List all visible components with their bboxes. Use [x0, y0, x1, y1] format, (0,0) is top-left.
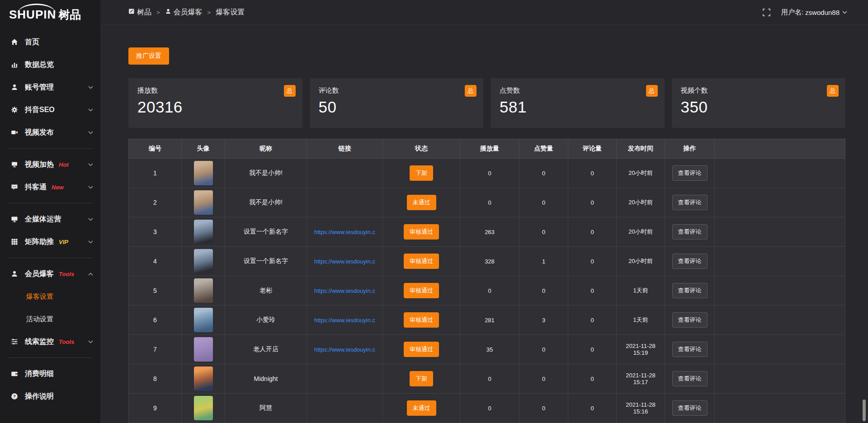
- cell-status: 未通过: [383, 188, 460, 217]
- user-menu[interactable]: 用户名: zswodun88: [781, 8, 847, 17]
- sidebar-item-home[interactable]: 首页: [0, 31, 100, 53]
- sidebar-item-label: 线索监控: [25, 337, 54, 347]
- menu-tag-hot: Hot: [59, 161, 69, 168]
- logo-text-cn: 树品: [58, 8, 81, 21]
- sidebar-subitem-activity-setting[interactable]: 活动设置: [0, 308, 100, 330]
- sidebar-item-consume-detail[interactable]: 消费明细: [0, 362, 100, 385]
- vertical-scrollbar-thumb[interactable]: [863, 400, 866, 421]
- sidebar-item-video-publish[interactable]: 视频发布: [0, 121, 100, 144]
- view-comments-button[interactable]: 查看评论: [672, 312, 708, 328]
- cell-plays: 0: [460, 276, 519, 306]
- cell-filler: [715, 306, 845, 335]
- stat-card-total-badge: 总: [827, 85, 839, 97]
- status-button[interactable]: 审核通过: [404, 342, 439, 357]
- view-comments-button[interactable]: 查看评论: [672, 371, 708, 386]
- cell-link: https://www.iesdouyin.c: [307, 335, 383, 364]
- cell-id: 7: [129, 335, 182, 364]
- status-button[interactable]: 下架: [410, 371, 433, 386]
- sidebar-item-member-baoke[interactable]: 会员爆客Tools: [0, 263, 100, 285]
- avatar: [194, 278, 213, 303]
- avatar: [194, 190, 213, 215]
- sidebar-nav: 首页数据总览账号管理抖音SEO视频发布视频加热Hot抖客通New全媒体运营矩阵助…: [0, 27, 100, 408]
- column-header-filler: [715, 139, 845, 159]
- cell-avatar: [182, 306, 225, 335]
- view-comments-button[interactable]: 查看评论: [672, 165, 708, 181]
- cell-publish_time: 2021-11-28 15:17: [617, 364, 665, 394]
- status-button[interactable]: 未通过: [407, 195, 436, 210]
- avatar: [194, 396, 213, 420]
- stat-card-label: 点赞数: [500, 86, 656, 95]
- profile-link[interactable]: https://www.iesdouyin.c: [310, 258, 380, 265]
- cell-comments: 0: [568, 247, 617, 276]
- sidebar-item-clue-monitor[interactable]: 线索监控Tools: [0, 330, 100, 353]
- sidebar-item-operation-guide[interactable]: ?操作说明: [0, 385, 100, 408]
- cell-link: [307, 188, 383, 217]
- cell-likes: 0: [519, 364, 568, 394]
- sidebar-item-data-overview[interactable]: 数据总览: [0, 53, 100, 76]
- video-icon: [10, 129, 19, 136]
- table-row: 2我不是小帅!未通过00020小时前查看评论: [129, 188, 845, 217]
- view-comments-button[interactable]: 查看评论: [672, 195, 708, 210]
- breadcrumb-item-member-baoke[interactable]: 会员爆客: [165, 8, 203, 17]
- column-header-action: 操作: [665, 139, 715, 159]
- profile-link[interactable]: https://www.iesdouyin.c: [310, 346, 380, 353]
- profile-link[interactable]: https://www.iesdouyin.c: [310, 317, 380, 324]
- sidebar-divider: [8, 357, 92, 358]
- view-comments-button[interactable]: 查看评论: [672, 224, 708, 240]
- cell-id: 6: [129, 306, 182, 335]
- status-button[interactable]: 审核通过: [404, 224, 439, 240]
- chevron-down-icon: [88, 340, 93, 343]
- cell-avatar: [182, 217, 225, 247]
- view-comments-button[interactable]: 查看评论: [672, 400, 708, 416]
- table-row: 8Midnight下架0002021-11-28 15:17查看评论: [129, 364, 845, 394]
- sidebar-item-media-operation[interactable]: 全媒体运营: [0, 208, 100, 230]
- breadcrumb-item-shupin[interactable]: 树品: [128, 8, 151, 17]
- profile-link[interactable]: https://www.iesdouyin.c: [310, 229, 380, 235]
- content: 推广设置 播放数总20316评论数总50点赞数总581视频个数总350 编号头像…: [100, 25, 868, 423]
- sidebar-item-label: 视频发布: [25, 128, 54, 137]
- chevron-down-icon: [88, 86, 93, 89]
- cell-action: 查看评论: [665, 159, 715, 188]
- sidebar-item-label: 会员爆客: [25, 269, 54, 279]
- sidebar-item-matrix-boost[interactable]: 矩阵助推VIP: [0, 230, 100, 253]
- cell-nickname: 老彬: [225, 276, 307, 306]
- sidebar-item-label: 抖客通: [25, 183, 47, 192]
- cell-link: [307, 364, 383, 394]
- status-button[interactable]: 审核通过: [404, 283, 439, 298]
- cell-publish_time: 20小时前: [617, 188, 665, 217]
- cell-id: 9: [129, 394, 182, 423]
- cell-likes: 0: [519, 394, 568, 423]
- status-button[interactable]: 未通过: [407, 400, 436, 416]
- stat-card-label: 视频个数: [681, 86, 837, 95]
- view-comments-button[interactable]: 查看评论: [672, 283, 708, 298]
- sidebar-item-douyin-seo[interactable]: 抖音SEO: [0, 99, 100, 121]
- app-window: SHUPIN树品 首页数据总览账号管理抖音SEO视频发布视频加热Hot抖客通Ne…: [0, 0, 868, 423]
- status-button[interactable]: 审核通过: [404, 312, 439, 328]
- status-button[interactable]: 审核通过: [404, 254, 439, 269]
- promo-settings-button[interactable]: 推广设置: [128, 47, 169, 65]
- topbar: 树品 > 会员爆客 > 爆客设置 用户名:: [100, 0, 868, 25]
- cell-action: 查看评论: [665, 364, 715, 394]
- cell-action: 查看评论: [665, 306, 715, 335]
- profile-link[interactable]: https://www.iesdouyin.c: [310, 287, 380, 294]
- breadcrumb-item-baoke-setting[interactable]: 爆客设置: [216, 8, 245, 17]
- view-comments-button[interactable]: 查看评论: [672, 254, 708, 269]
- grid-icon: [10, 238, 19, 245]
- cell-plays: 35: [460, 335, 519, 364]
- breadcrumb-label: 爆客设置: [216, 8, 245, 17]
- cell-comments: 0: [568, 159, 617, 188]
- sidebar-subitem-baoke-setting[interactable]: 爆客设置: [0, 285, 100, 308]
- stat-card-3: 视频个数总350: [672, 78, 846, 128]
- sidebar-item-douketong[interactable]: 抖客通New: [0, 176, 100, 198]
- cell-link: https://www.iesdouyin.c: [307, 276, 383, 306]
- avatar: [194, 337, 213, 362]
- sidebar-item-video-heat[interactable]: 视频加热Hot: [0, 153, 100, 176]
- sidebar-item-label: 矩阵助推: [25, 237, 54, 247]
- cell-id: 3: [129, 217, 182, 247]
- view-comments-button[interactable]: 查看评论: [672, 342, 708, 357]
- cell-action: 查看评论: [665, 217, 715, 247]
- sidebar-item-account-manage[interactable]: 账号管理: [0, 76, 100, 99]
- cell-action: 查看评论: [665, 394, 715, 423]
- fullscreen-icon[interactable]: [763, 9, 770, 16]
- status-button[interactable]: 下架: [410, 165, 433, 181]
